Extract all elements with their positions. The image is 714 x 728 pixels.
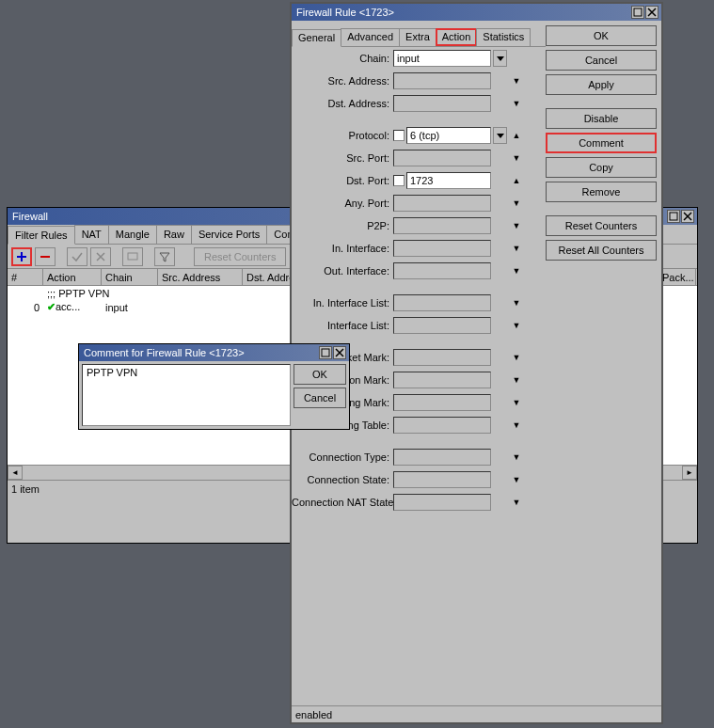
tab-advanced[interactable]: Advanced — [341, 28, 400, 46]
tab-service-ports[interactable]: Service Ports — [191, 225, 267, 244]
chevron-down-icon[interactable]: ▼ — [510, 217, 523, 234]
dst-addr-input[interactable] — [393, 95, 491, 112]
tab-mangle[interactable]: Mangle — [108, 225, 157, 244]
scroll-left-icon[interactable]: ◄ — [8, 466, 23, 480]
out-iface-list-input[interactable] — [393, 317, 491, 334]
minimize-icon[interactable] — [319, 346, 332, 359]
rule-status: enabled — [292, 705, 661, 722]
enable-button[interactable] — [67, 247, 87, 266]
copy-button[interactable]: Copy — [546, 157, 657, 178]
col-pack[interactable]: Pack... — [658, 269, 696, 285]
chevron-down-icon[interactable]: ▼ — [510, 417, 523, 434]
tab-raw[interactable]: Raw — [156, 225, 192, 244]
conn-mark-input[interactable] — [393, 372, 491, 388]
col-src-addr[interactable]: Src. Address — [158, 269, 243, 285]
conn-type-label: Connection Type: — [292, 451, 393, 463]
disable-button[interactable]: Disable — [546, 108, 657, 129]
reset-all-counters-button[interactable]: Reset All Counters — [546, 240, 657, 261]
remove-button[interactable]: Remove — [546, 182, 657, 202]
minimize-icon[interactable] — [631, 6, 644, 19]
p2p-input[interactable] — [393, 217, 491, 234]
col-chain[interactable]: Chain — [102, 269, 158, 285]
p2p-label: P2P: — [292, 220, 393, 231]
tab-filter-rules[interactable]: Filter Rules — [8, 226, 75, 245]
comment-button-icon[interactable] — [122, 247, 143, 266]
dropdown-icon[interactable] — [493, 50, 507, 67]
cancel-button[interactable]: Cancel — [546, 50, 657, 71]
scroll-right-icon[interactable]: ► — [682, 466, 697, 480]
chevron-down-icon[interactable]: ▼ — [510, 471, 523, 488]
dropdown-icon[interactable] — [493, 127, 507, 144]
close-icon[interactable] — [333, 346, 346, 359]
filter-button[interactable] — [154, 247, 175, 266]
close-icon[interactable] — [681, 210, 694, 223]
svg-rect-2 — [634, 8, 642, 16]
packet-mark-input[interactable] — [393, 349, 491, 366]
tab-nat[interactable]: NAT — [74, 225, 109, 244]
tab-extra[interactable]: Extra — [399, 28, 436, 46]
routing-table-input[interactable] — [393, 417, 491, 434]
conn-state-input[interactable] — [393, 471, 491, 488]
tab-general[interactable]: General — [292, 29, 341, 47]
tab-action[interactable]: Action — [436, 28, 478, 46]
apply-button[interactable]: Apply — [546, 74, 657, 95]
comment-cancel-button[interactable]: Cancel — [294, 388, 346, 408]
out-iface-input[interactable] — [393, 262, 491, 279]
in-iface-input[interactable] — [393, 240, 491, 257]
in-iface-label: In. Interface: — [292, 243, 393, 254]
minimize-icon[interactable] — [667, 210, 680, 223]
dst-port-neg-checkbox[interactable] — [393, 175, 405, 186]
conn-nat-state-input[interactable] — [393, 494, 491, 511]
reset-counters-button[interactable]: Reset Counters — [194, 247, 286, 266]
protocol-neg-checkbox[interactable] — [393, 130, 405, 141]
chevron-down-icon[interactable]: ▼ — [510, 150, 523, 166]
svg-rect-3 — [322, 349, 329, 356]
chevron-down-icon[interactable]: ▼ — [510, 317, 523, 334]
src-addr-input[interactable] — [393, 72, 491, 89]
chevron-down-icon[interactable]: ▼ — [510, 195, 523, 212]
chain-input[interactable] — [393, 50, 491, 67]
routing-mark-input[interactable] — [393, 394, 491, 411]
reset-counters-button[interactable]: Reset Counters — [546, 215, 657, 236]
comment-ok-button[interactable]: OK — [294, 364, 346, 385]
svg-rect-0 — [670, 213, 677, 220]
in-iface-list-label: In. Interface List: — [292, 297, 393, 309]
chevron-up-icon[interactable]: ▲ — [510, 172, 523, 189]
comment-titlebar: Comment for Firewall Rule <1723> — [79, 344, 349, 361]
close-icon[interactable] — [645, 6, 658, 19]
col-num[interactable]: # — [8, 269, 43, 285]
svg-rect-1 — [128, 253, 137, 260]
chevron-down-icon[interactable]: ▼ — [510, 240, 523, 257]
chevron-down-icon[interactable]: ▼ — [510, 95, 523, 112]
chevron-down-icon[interactable]: ▼ — [510, 449, 523, 466]
src-port-input[interactable] — [393, 150, 491, 166]
conn-type-input[interactable] — [393, 449, 491, 466]
chain-label: Chain: — [292, 53, 393, 64]
col-action[interactable]: Action — [43, 269, 102, 285]
dst-port-input[interactable] — [406, 172, 491, 189]
any-port-input[interactable] — [393, 195, 491, 212]
tab-statistics[interactable]: Statistics — [476, 28, 531, 46]
rule-tabs: General Advanced Extra Action Statistics — [292, 28, 546, 47]
chevron-down-icon[interactable]: ▼ — [510, 349, 523, 366]
chevron-down-icon[interactable]: ▼ — [510, 494, 523, 511]
chevron-down-icon[interactable]: ▼ — [510, 262, 523, 279]
chevron-down-icon[interactable]: ▼ — [510, 294, 523, 311]
chevron-down-icon[interactable]: ▼ — [510, 372, 523, 388]
ok-button[interactable]: OK — [546, 25, 657, 46]
comment-window: Comment for Firewall Rule <1723> PPTP VP… — [78, 343, 350, 430]
comment-title: Comment for Firewall Rule <1723> — [82, 347, 319, 358]
comment-button[interactable]: Comment — [546, 133, 657, 153]
dst-addr-label: Dst. Address: — [292, 98, 393, 109]
in-iface-list-input[interactable] — [393, 294, 491, 311]
chevron-down-icon[interactable]: ▼ — [510, 394, 523, 411]
chevron-down-icon[interactable]: ▼ — [510, 72, 523, 89]
rule-titlebar: Firewall Rule <1723> — [292, 4, 661, 21]
remove-button[interactable] — [35, 247, 56, 266]
chevron-up-icon[interactable]: ▲ — [510, 127, 523, 144]
out-iface-list-label: Interface List: — [292, 320, 393, 331]
protocol-input[interactable] — [406, 127, 491, 144]
add-button[interactable] — [11, 247, 32, 266]
disable-button[interactable] — [90, 247, 111, 266]
comment-textarea[interactable]: PPTP VPN — [82, 364, 291, 426]
